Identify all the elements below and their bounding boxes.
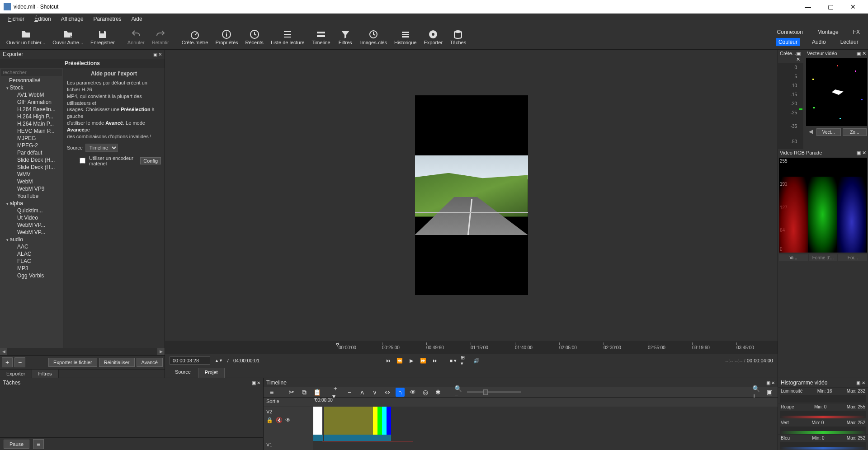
preset-item[interactable]: H.264 Baselin... — [0, 106, 63, 113]
hw-config-button[interactable]: Config — [140, 157, 161, 164]
recent-button[interactable]: Récents — [242, 28, 267, 46]
minimize-button[interactable]: — — [801, 3, 815, 10]
preset-item[interactable]: MJPEG — [0, 135, 63, 142]
tl-scrub-button[interactable]: 👁 — [408, 388, 417, 397]
tasks-menu-button[interactable]: ≡ — [33, 439, 44, 449]
tree-audio[interactable]: audio — [0, 236, 63, 243]
advanced-button[interactable]: Avancé — [137, 358, 163, 367]
layout-couleur[interactable]: Couleur — [776, 38, 800, 46]
stop-button[interactable]: ■ ▾ — [449, 356, 457, 365]
preset-add-button[interactable]: + — [2, 357, 13, 367]
preset-item[interactable]: Quicktim... — [0, 207, 63, 214]
open-file-button[interactable]: Ouvrir un fichier... — [3, 28, 49, 46]
clip-audio[interactable] — [324, 435, 382, 441]
grid-button[interactable]: ⊞ ▾ — [461, 356, 469, 365]
export-button[interactable]: Exporter — [420, 28, 446, 46]
preset-item[interactable]: Slide Deck (H... — [0, 164, 63, 171]
preset-hscrollbar[interactable]: ◀▶ — [0, 348, 165, 355]
vectorscope-mode-button[interactable]: Vect... — [816, 128, 841, 136]
track-v1-header[interactable]: V1 — [264, 441, 313, 450]
rgb-tab-waveform[interactable]: Forme d'... — [809, 254, 838, 261]
presets-tree[interactable]: Personnalisé Stock AV1 WebM GIF Animatio… — [0, 68, 63, 348]
tl-ripple-button[interactable]: ◎ — [421, 388, 430, 397]
source-select[interactable]: Timeline — [85, 144, 118, 152]
pause-button[interactable]: Pause — [4, 440, 29, 449]
tl-paste-button[interactable]: 📋 — [312, 388, 321, 397]
tl-ripple-all-button[interactable]: ✱ — [434, 388, 443, 397]
tl-cut-button[interactable]: ✂ — [287, 388, 296, 397]
tab-project[interactable]: Projet — [198, 368, 225, 378]
timeline-tracks[interactable]: 00:00:00 — [313, 398, 778, 450]
preset-item[interactable]: WebM VP... — [0, 229, 63, 236]
tl-output-header[interactable]: Sortie — [264, 398, 313, 407]
layout-audio[interactable]: Audio — [809, 38, 829, 46]
tab-filtres[interactable]: Filtres — [32, 370, 59, 378]
close-panel-icon[interactable]: ✕ — [771, 380, 775, 385]
tl-menu-button[interactable]: ≡ — [267, 388, 276, 397]
lock-icon[interactable]: 🔒 — [266, 417, 273, 423]
preset-item[interactable]: GIF Animation — [0, 98, 63, 106]
tl-append-button[interactable]: ＋▾ — [332, 388, 341, 397]
volume-button[interactable]: 🔊 — [472, 356, 481, 365]
tl-copy-button[interactable]: ⧉ — [300, 388, 309, 397]
tl-zoom-out-button[interactable]: 🔍− — [454, 388, 463, 397]
tl-zoom-slider[interactable] — [467, 391, 521, 393]
preset-item[interactable]: AV1 WebM — [0, 91, 63, 98]
timeline-button[interactable]: Timeline — [308, 28, 334, 46]
tl-snap-button[interactable]: ∩ — [396, 388, 405, 397]
undock-icon[interactable]: ▣ — [153, 52, 157, 57]
reset-button[interactable]: Réinitialiser — [99, 358, 135, 367]
preset-item[interactable]: WMV — [0, 171, 63, 178]
preset-item[interactable]: YouTube — [0, 192, 63, 200]
undock-icon[interactable]: ▣ — [766, 380, 770, 385]
tree-stock[interactable]: Stock — [0, 84, 63, 91]
fast-forward-button[interactable]: ⏩ — [419, 356, 427, 365]
open-other-button[interactable]: Ouvrir Autre... — [49, 28, 87, 46]
save-button[interactable]: Enregistrer — [87, 28, 118, 46]
tl-remove-button[interactable]: − — [345, 388, 354, 397]
tree-custom[interactable]: Personnalisé — [0, 77, 63, 84]
peak-meter-button[interactable]: Crête-mètre — [178, 28, 212, 46]
properties-button[interactable]: Propriétés — [212, 28, 241, 46]
rewind-button[interactable]: ⏪ — [396, 356, 404, 365]
preset-item[interactable]: HEVC Main P... — [0, 127, 63, 135]
menu-view[interactable]: Affichage — [57, 15, 88, 23]
skip-end-button[interactable]: ⏭ — [431, 356, 439, 365]
layout-montage[interactable]: Montage — [815, 28, 841, 36]
preview-viewer[interactable] — [165, 50, 778, 341]
maximize-button[interactable]: ▢ — [824, 3, 837, 10]
presets-search[interactable] — [1, 69, 62, 76]
preset-remove-button[interactable]: − — [14, 357, 25, 367]
tree-alpha[interactable]: alpha — [0, 200, 63, 207]
mute-icon[interactable]: 🔇 — [276, 417, 283, 423]
preset-item[interactable]: WebM VP9 — [0, 185, 63, 192]
playlist-button[interactable]: Liste de lecture — [267, 28, 308, 46]
preset-item[interactable]: Slide Deck (H... — [0, 156, 63, 164]
menu-settings[interactable]: Paramètres — [89, 15, 126, 23]
preset-item[interactable]: Par défaut — [0, 149, 63, 156]
preset-item[interactable]: MP3 — [0, 265, 63, 272]
redo-button[interactable]: Rétablir — [148, 28, 173, 46]
export-file-button[interactable]: Exporter le fichier — [48, 358, 97, 367]
menu-help[interactable]: Aide — [127, 15, 147, 23]
player-ruler[interactable]: ▿ 00:00:00 00:25:00 00:49:60 01:15:00 01… — [165, 341, 778, 354]
menu-edit[interactable]: Édition — [30, 15, 56, 23]
preset-item[interactable]: H.264 Main P... — [0, 120, 63, 127]
skip-start-button[interactable]: ⏮ — [384, 356, 392, 365]
tl-overwrite-button[interactable]: v — [370, 388, 379, 397]
tl-zoom-fit-button[interactable]: ▣ — [765, 388, 774, 397]
close-panel-icon[interactable]: ✕ — [158, 52, 162, 57]
hw-encoder-checkbox[interactable] — [80, 158, 85, 164]
tl-split-button[interactable]: ⇔ — [383, 388, 392, 397]
tl-lift-button[interactable]: ʌ — [358, 388, 367, 397]
preset-item[interactable]: Ut Video — [0, 214, 63, 221]
history-button[interactable]: Historique — [391, 28, 420, 46]
layout-connexion[interactable]: Connexion — [774, 28, 806, 36]
menu-file[interactable]: Fichier — [4, 15, 29, 23]
clip-audio[interactable] — [382, 435, 391, 441]
rgb-tab-video[interactable]: Vi... — [779, 254, 808, 261]
layout-fx[interactable]: FX — [850, 28, 863, 36]
visibility-icon[interactable]: 👁 — [285, 417, 291, 423]
track-v2-header[interactable]: V2 🔒 🔇 👁 — [264, 407, 313, 441]
play-button[interactable]: ▶ — [407, 356, 415, 365]
